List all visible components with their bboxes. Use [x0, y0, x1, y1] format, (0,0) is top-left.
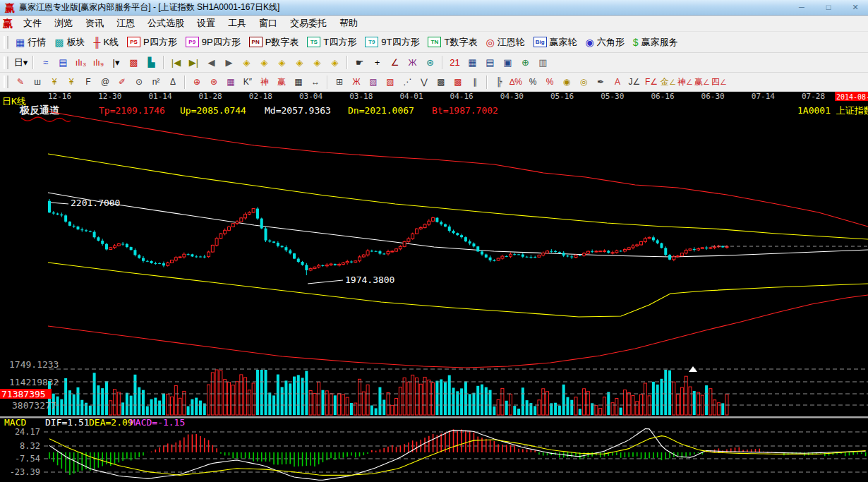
- sectors-button[interactable]: ▩板块: [51, 35, 88, 49]
- diamond-shift-right-icon[interactable]: ◈: [256, 55, 272, 70]
- diamond-center-icon[interactable]: ◈: [327, 55, 343, 70]
- web-overlay-icon[interactable]: ⊛: [422, 55, 438, 70]
- p-square-button[interactable]: PSP四方形: [123, 35, 181, 49]
- span-arrows-icon[interactable]: ↔: [308, 75, 323, 89]
- hand-drag-icon[interactable]: ☛: [351, 55, 368, 70]
- menu-item-6[interactable]: 工具: [222, 16, 253, 30]
- ink-brush-icon[interactable]: ✒: [593, 75, 608, 89]
- gold-gann-1-icon[interactable]: ¥: [47, 75, 62, 89]
- save-floppy-icon[interactable]: ▣: [500, 55, 516, 70]
- info-panel-icon[interactable]: ▤: [55, 55, 71, 70]
- spiral-icon[interactable]: @: [97, 75, 113, 89]
- fan-purple-icon[interactable]: ▨: [366, 75, 381, 89]
- maximize-button[interactable]: □: [821, 3, 836, 12]
- v-lines-icon[interactable]: ⋁: [416, 75, 432, 89]
- percent-icon[interactable]: %: [525, 75, 541, 89]
- gann-wheel-button[interactable]: ◎江恩轮: [482, 35, 528, 49]
- marker-a-red-icon[interactable]: A: [610, 75, 625, 89]
- circle-cross-red-icon[interactable]: ⊕: [189, 75, 205, 89]
- ying-tool-icon[interactable]: 赢: [274, 75, 289, 89]
- histogram-colored-icon[interactable]: ▙: [143, 55, 159, 70]
- parallel-lines-icon[interactable]: ∥: [467, 75, 483, 89]
- volume-bars-9-icon[interactable]: ılı₉: [90, 55, 107, 70]
- winner-wheel-button[interactable]: Big赢家轮: [530, 35, 581, 49]
- calendar-21-icon[interactable]: 21: [447, 55, 463, 70]
- angle-mirror-icon[interactable]: Δ: [165, 75, 181, 89]
- crosshair-icon[interactable]: +: [369, 55, 385, 70]
- gold-gann-2-icon[interactable]: ¥: [64, 75, 79, 89]
- ying-angle-red-icon[interactable]: 赢∠: [694, 75, 710, 89]
- menu-item-7[interactable]: 窗口: [253, 16, 284, 30]
- grid-123-icon[interactable]: ▦: [291, 75, 306, 89]
- minimize-button[interactable]: ─: [794, 3, 809, 12]
- diamond-expand-h-icon[interactable]: ◈: [274, 55, 290, 70]
- j-angle-icon[interactable]: J∠: [627, 75, 642, 89]
- scribble-overlay-icon[interactable]: ≈: [37, 55, 54, 70]
- n-squared-icon[interactable]: n²: [148, 75, 164, 89]
- angle-measure-icon[interactable]: ∠: [387, 55, 403, 70]
- pattern-red-icon[interactable]: ▩: [126, 55, 142, 70]
- t-square-button[interactable]: TST四方形: [303, 35, 360, 49]
- single-candle-dropdown-icon[interactable]: |▾: [108, 55, 124, 70]
- step-forward-icon[interactable]: ▶: [221, 55, 237, 70]
- close-button[interactable]: ✕: [848, 3, 863, 12]
- macd-axis-label: 24.17: [15, 427, 40, 437]
- 9t-square-button[interactable]: T99T四方形: [361, 35, 423, 49]
- measure-scale-icon[interactable]: ╠: [491, 75, 507, 89]
- star-web-red-icon[interactable]: ⊛: [206, 75, 222, 89]
- gold-angle-icon[interactable]: 金∠: [661, 75, 676, 89]
- shen-angle-red-icon[interactable]: 神∠: [677, 75, 693, 89]
- f-ruler-icon[interactable]: F: [80, 75, 96, 89]
- menu-item-3[interactable]: 江恩: [110, 16, 141, 30]
- grid-red-icon[interactable]: ▩: [450, 75, 466, 89]
- menu-item-8[interactable]: 交易委托: [284, 16, 333, 30]
- ray-fan-red-icon[interactable]: Ж: [349, 75, 364, 89]
- diamond-expand-all-icon[interactable]: ◈: [309, 55, 325, 70]
- diamond-compress-icon[interactable]: ◈: [291, 55, 308, 70]
- compass-red-icon[interactable]: ✐: [114, 75, 130, 89]
- indicator-value: Bt=1987.7002: [432, 105, 498, 116]
- box-tool-icon[interactable]: ⊞: [332, 75, 347, 89]
- 9p-square-button[interactable]: P99P四方形: [182, 35, 244, 49]
- web-grid-icon[interactable]: ▦: [223, 75, 239, 89]
- calculator-icon[interactable]: ▦: [464, 55, 481, 70]
- network-globe-icon[interactable]: ⊕: [517, 55, 534, 70]
- step-back-icon[interactable]: ◀: [203, 55, 219, 70]
- percent-red-icon[interactable]: %: [542, 75, 557, 89]
- shen-tool-icon[interactable]: 神: [257, 75, 272, 89]
- quotes-button[interactable]: ▦行情: [12, 35, 49, 49]
- diamond-shift-left-icon[interactable]: ◈: [239, 55, 255, 70]
- gann-ruler-icon[interactable]: ш: [30, 75, 45, 89]
- menu-item-2[interactable]: 资讯: [79, 16, 110, 30]
- p-number-table-button[interactable]: PNP数字表: [246, 35, 303, 49]
- jump-first-icon[interactable]: |◀: [168, 55, 184, 70]
- jump-last-icon[interactable]: ▶|: [186, 55, 202, 70]
- kline-chart-canvas[interactable]: 12-1612-3001-1401-2802-1803-0403-1804-01…: [0, 92, 868, 482]
- t-number-table-button[interactable]: TNT数字表: [424, 35, 481, 49]
- gold-circle-icon[interactable]: ◉: [559, 75, 574, 89]
- circle-ruler-icon[interactable]: ⊙: [131, 75, 147, 89]
- flower-tool-icon[interactable]: Ж: [404, 55, 421, 70]
- notepad-icon[interactable]: ▤: [482, 55, 498, 70]
- hexagon-button[interactable]: ◉六角形: [582, 35, 628, 49]
- menu-item-4[interactable]: 公式选股: [141, 16, 191, 30]
- grid-dense-icon[interactable]: ▩: [433, 75, 449, 89]
- period-dropdown-icon[interactable]: 日▾: [13, 55, 29, 70]
- f-angle-red-icon[interactable]: F∠: [644, 75, 659, 89]
- fan-box-red-icon[interactable]: ▨: [382, 75, 398, 89]
- triangle-percent-icon[interactable]: ∆%: [508, 75, 524, 89]
- menu-item-9[interactable]: 帮助: [333, 16, 364, 30]
- rising-lines-icon[interactable]: ⋰: [399, 75, 415, 89]
- workstation-icon[interactable]: ▥: [535, 55, 551, 70]
- volume-bars-3-icon[interactable]: ılı₃: [73, 55, 89, 70]
- k-wave-icon[interactable]: K″: [240, 75, 255, 89]
- menu-item-1[interactable]: 浏览: [48, 16, 79, 30]
- winner-service-button[interactable]: $赢家服务: [629, 35, 682, 49]
- kline-button[interactable]: ╫K线: [90, 35, 122, 49]
- si-angle-red-icon[interactable]: 四∠: [711, 75, 727, 89]
- red-pen-icon[interactable]: ✎: [13, 75, 28, 89]
- menu-item-5[interactable]: 设置: [191, 16, 222, 30]
- gold-ring-icon[interactable]: ◎: [576, 75, 591, 89]
- menu-item-0[interactable]: 文件: [17, 16, 48, 30]
- volume-marker-triangle: [689, 366, 697, 372]
